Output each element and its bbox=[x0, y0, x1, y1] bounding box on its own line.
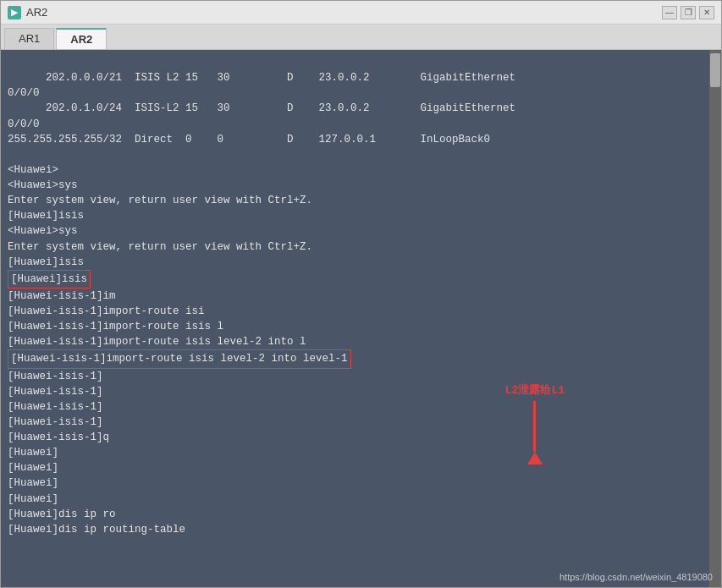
scrollbar[interactable] bbox=[709, 50, 721, 587]
arrow-head-icon bbox=[527, 452, 543, 464]
terminal-area: 202.0.0.0/21 ISIS L2 15 30 D 23.0.0.2 Gi… bbox=[1, 50, 721, 587]
terminal-line: 255.255.255.255/32 Direct 0 0 D 127.0.0.… bbox=[8, 132, 703, 147]
title-bar: ▶ AR2 — ❐ ✕ bbox=[1, 1, 721, 25]
terminal-line: <Huawei> bbox=[8, 162, 703, 178]
terminal-line: [Huawei]isis bbox=[8, 208, 703, 223]
annotation-container: L2泄露给L1 bbox=[505, 382, 565, 464]
terminal-line: [Huawei-isis-1]import-route isi bbox=[8, 304, 703, 319]
highlighted-line-1: [Huawei]isis bbox=[8, 270, 703, 289]
terminal-line: [Huawei-isis-1]import-route isis l bbox=[8, 319, 703, 334]
terminal-line: 0/0/0 bbox=[8, 117, 703, 132]
window-controls[interactable]: — ❐ ✕ bbox=[662, 6, 714, 19]
terminal-line: <Huawei>sys bbox=[8, 223, 703, 239]
title-left: ▶ AR2 bbox=[8, 6, 47, 19]
terminal-content[interactable]: 202.0.0.0/21 ISIS L2 15 30 D 23.0.0.2 Gi… bbox=[1, 50, 709, 587]
scrollbar-thumb[interactable] bbox=[710, 53, 720, 87]
tab-ar1[interactable]: AR1 bbox=[4, 28, 54, 49]
terminal-line: [Huawei]dis ip routing-table bbox=[8, 522, 703, 537]
window-title: AR2 bbox=[26, 6, 47, 19]
terminal-line: [Huawei-isis-1]q bbox=[8, 430, 703, 445]
watermark: https://blog.csdn.net/weixin_4819080 bbox=[559, 572, 713, 582]
terminal-line: 0/0/0 bbox=[8, 85, 703, 101]
arrow-shaft bbox=[533, 401, 536, 452]
terminal-line: [Huawei-isis-1] bbox=[8, 369, 703, 384]
terminal-line: [Huawei] bbox=[8, 475, 703, 491]
close-button[interactable]: ✕ bbox=[699, 6, 714, 19]
terminal-line bbox=[8, 147, 703, 162]
terminal-line: [Huawei-isis-1]im bbox=[8, 289, 703, 304]
terminal-line: [Huawei-isis-1]import-route isis level-2… bbox=[8, 334, 703, 349]
terminal-line: [Huawei] bbox=[8, 445, 703, 460]
annotation-label: L2泄露给L1 bbox=[505, 382, 565, 398]
terminal-line: [Huawei] bbox=[8, 492, 703, 507]
terminal-line: [Huawei]isis bbox=[8, 255, 703, 270]
terminal-line: Enter system view, return user view with… bbox=[8, 193, 703, 208]
highlighted-line-2: [Huawei-isis-1]import-route isis level-2… bbox=[8, 349, 703, 368]
restore-button[interactable]: ❐ bbox=[681, 6, 696, 19]
terminal-line: <Huawei>sys bbox=[8, 178, 703, 193]
minimize-button[interactable]: — bbox=[662, 6, 677, 19]
terminal-line: [Huawei]dis ip ro bbox=[8, 507, 703, 522]
terminal-line: [Huawei-isis-1] bbox=[8, 415, 703, 430]
terminal-line: 202.0.0.0/21 ISIS L2 15 30 D 23.0.0.2 Gi… bbox=[8, 70, 703, 85]
terminal-line: 202.0.1.0/24 ISIS-L2 15 30 D 23.0.0.2 Gi… bbox=[8, 101, 703, 116]
terminal-line: Enter system view, return user view with… bbox=[8, 239, 703, 255]
main-window: ▶ AR2 — ❐ ✕ AR1 AR2 202.0.0.0/21 ISIS L2… bbox=[0, 0, 722, 588]
app-icon: ▶ bbox=[8, 6, 21, 19]
terminal-line: [Huawei-isis-1] bbox=[8, 384, 703, 399]
terminal-line: [Huawei] bbox=[8, 460, 703, 475]
terminal-line: [Huawei-isis-1] bbox=[8, 399, 703, 415]
tab-bar: AR1 AR2 bbox=[1, 25, 721, 50]
tab-ar2[interactable]: AR2 bbox=[56, 28, 107, 49]
